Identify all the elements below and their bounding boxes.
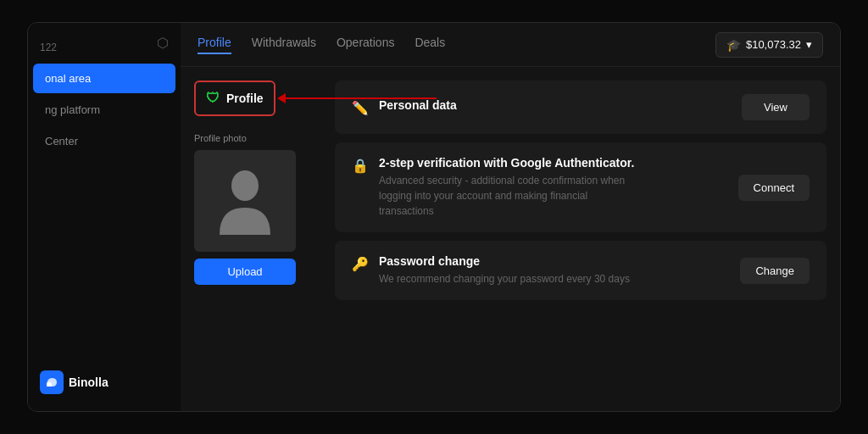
app-container: 122 ⬡ onal area ng platform Center Binol… — [27, 22, 841, 412]
two-step-title: 2-step verification with Google Authenti… — [379, 156, 634, 170]
profile-photo-area: Profile photo Upload — [194, 133, 321, 285]
password-change-title: Password change — [379, 254, 630, 268]
content-area: 🛡 Profile Profile photo — [181, 67, 840, 411]
balance-button[interactable]: 🎓 $10,073.32 ▾ — [715, 32, 823, 58]
balance-icon: 🎓 — [726, 38, 741, 52]
two-step-verification-card: 🔒 2-step verification with Google Authen… — [335, 142, 826, 232]
svg-point-1 — [231, 170, 259, 201]
password-change-text: Password change We recommend changing yo… — [379, 254, 630, 287]
upload-button[interactable]: Upload — [194, 259, 296, 285]
tab-profile[interactable]: Profile — [198, 36, 231, 54]
two-step-text: 2-step verification with Google Authenti… — [379, 156, 634, 219]
sidebar-item-trading-platform[interactable]: ng platform — [33, 95, 175, 125]
avatar-silhouette — [215, 167, 275, 235]
profile-btn-label: Profile — [226, 92, 264, 105]
pencil-icon: ✏️ — [352, 100, 369, 116]
sidebar: 122 ⬡ onal area ng platform Center Binol… — [28, 23, 181, 411]
connect-button[interactable]: Connect — [738, 175, 810, 201]
balance-amount: $10,073.32 — [746, 38, 801, 51]
personal-data-left: ✏️ Personal data — [352, 98, 457, 116]
key-icon: 🔑 — [352, 256, 369, 272]
avatar-box — [194, 150, 296, 252]
sidebar-logo: Binolla — [40, 370, 108, 394]
main-content: Profile Withdrawals Operations Deals 🎓 $… — [181, 23, 840, 411]
shield-icon: 🛡 — [206, 91, 220, 106]
tab-withdrawals[interactable]: Withdrawals — [252, 36, 316, 54]
svg-rect-0 — [47, 382, 52, 387]
personal-data-title: Personal data — [379, 98, 457, 112]
personal-data-text: Personal data — [379, 98, 457, 112]
right-panel: ✏️ Personal data View 🔒 2-step verificat… — [335, 81, 826, 398]
view-button[interactable]: View — [742, 94, 810, 120]
balance-dropdown-icon: ▾ — [806, 38, 812, 51]
tabs: Profile Withdrawals Operations Deals — [198, 36, 445, 54]
binolla-brand-text: Binolla — [69, 376, 108, 389]
change-button[interactable]: Change — [740, 258, 810, 284]
password-change-desc: We recommend changing your password ever… — [379, 271, 630, 287]
personal-data-card: ✏️ Personal data View — [335, 81, 826, 134]
exit-icon[interactable]: ⬡ — [157, 35, 169, 51]
binolla-icon-shape — [40, 370, 64, 394]
password-change-left: 🔑 Password change We recommend changing … — [352, 254, 630, 287]
password-change-card: 🔑 Password change We recommend changing … — [335, 241, 826, 300]
sidebar-nav: 122 ⬡ onal area ng platform Center — [28, 23, 181, 411]
profile-photo-label: Profile photo — [194, 133, 321, 143]
tab-deals[interactable]: Deals — [415, 36, 445, 54]
lock-icon: 🔒 — [352, 158, 369, 174]
top-bar: Profile Withdrawals Operations Deals 🎓 $… — [181, 23, 840, 67]
left-panel: 🛡 Profile Profile photo — [194, 81, 321, 398]
red-arrow-indicator — [284, 97, 437, 99]
sidebar-item-personal-area[interactable]: onal area — [33, 64, 175, 93]
sidebar-item-help-center[interactable]: Center — [33, 126, 175, 156]
two-step-left: 🔒 2-step verification with Google Authen… — [352, 156, 634, 219]
profile-section-button[interactable]: 🛡 Profile — [194, 81, 275, 116]
tab-operations[interactable]: Operations — [337, 36, 394, 54]
two-step-desc: Advanced security - additional code conf… — [379, 173, 633, 219]
